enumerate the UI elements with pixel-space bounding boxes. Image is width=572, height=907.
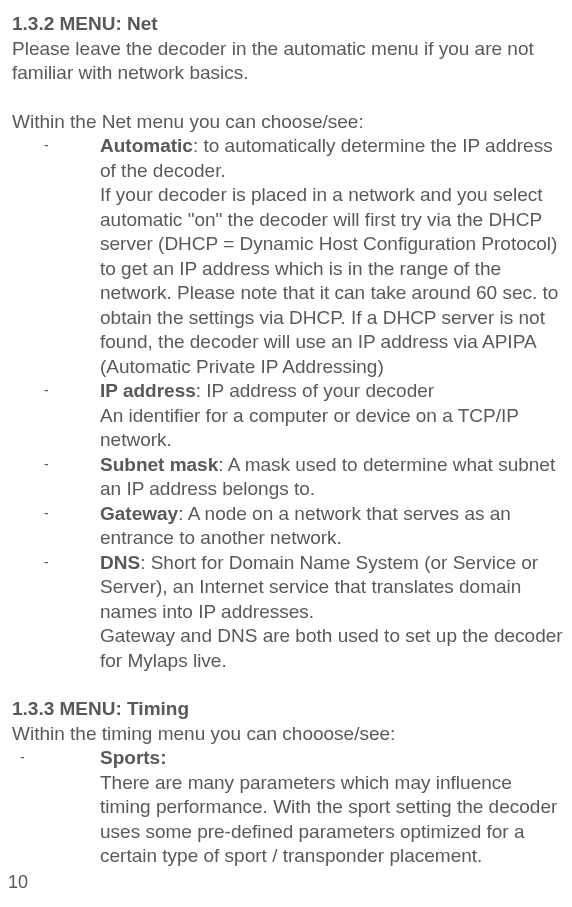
section-net: 1.3.2 MENU: Net Please leave the decoder… xyxy=(12,12,564,673)
list-item-gateway: - Gateway: A node on a network that serv… xyxy=(68,502,564,551)
spacer xyxy=(12,86,564,110)
item-title: IP address xyxy=(100,380,196,401)
lead-timing: Within the timing menu you can chooose/s… xyxy=(12,722,564,747)
intro-net: Please leave the decoder in the automati… xyxy=(12,37,564,86)
spacer xyxy=(12,673,564,697)
item-body: An identifier for a computer or device o… xyxy=(100,404,564,453)
list-item-sports: - Sports: There are many parameters whic… xyxy=(12,746,564,869)
list-item-automatic: - Automatic: to automatically determine … xyxy=(68,134,564,379)
item-body: If your decoder is placed in a network a… xyxy=(100,183,564,379)
item-title: Automatic xyxy=(100,135,193,156)
item-body: Gateway and DNS are both used to set up … xyxy=(100,624,564,673)
heading-timing: 1.3.3 MENU: Timing xyxy=(12,697,564,722)
list-item-ipaddress: - IP address: IP address of your decoder… xyxy=(68,379,564,453)
list-item-subnetmask: - Subnet mask: A mask used to determine … xyxy=(68,453,564,502)
item-content: Gateway: A node on a network that serves… xyxy=(68,502,564,551)
dash-icon: - xyxy=(20,749,25,765)
page-number: 10 xyxy=(8,872,28,893)
dash-icon: - xyxy=(44,505,49,521)
dash-icon: - xyxy=(44,382,49,398)
item-suffix: : IP address of your decoder xyxy=(196,380,434,401)
item-title: Subnet mask xyxy=(100,454,218,475)
item-title: Gateway xyxy=(100,503,178,524)
item-content: Subnet mask: A mask used to determine wh… xyxy=(68,453,564,502)
section-timing: 1.3.3 MENU: Timing Within the timing men… xyxy=(12,697,564,869)
list-item-dns: - DNS: Short for Domain Name System (or … xyxy=(68,551,564,674)
dash-icon: - xyxy=(44,137,49,153)
dash-icon: - xyxy=(44,456,49,472)
item-content: Sports: There are many parameters which … xyxy=(100,746,564,869)
item-title: DNS xyxy=(100,552,140,573)
item-content: IP address: IP address of your decoder A… xyxy=(68,379,564,453)
heading-net: 1.3.2 MENU: Net xyxy=(12,12,564,37)
list-net: - Automatic: to automatically determine … xyxy=(12,134,564,673)
item-suffix: : Short for Domain Name System (or Servi… xyxy=(100,552,538,622)
item-title: Sports: xyxy=(100,747,167,768)
item-content: Automatic: to automatically determine th… xyxy=(68,134,564,379)
item-body: There are many parameters which may infl… xyxy=(100,771,564,869)
item-content: DNS: Short for Domain Name System (or Se… xyxy=(68,551,564,674)
lead-net: Within the Net menu you can choose/see: xyxy=(12,110,564,135)
dash-icon: - xyxy=(44,554,49,570)
